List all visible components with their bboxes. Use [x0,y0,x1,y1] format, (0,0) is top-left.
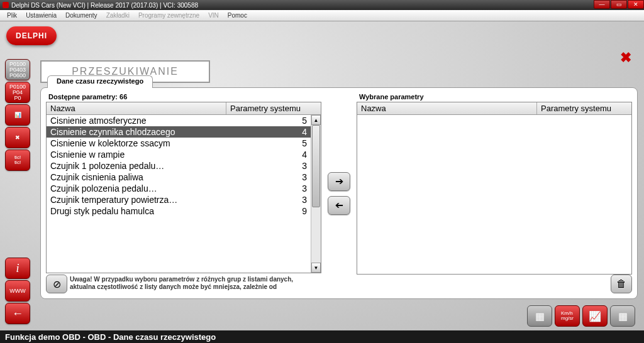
sidebar-chart-icon[interactable]: 📊 [5,104,30,126]
sidebar-back-icon[interactable]: ← [5,303,30,324]
scroll-thumb[interactable] [312,125,320,207]
window-title: Delphi DS Cars (New VCI) | Release 2017 … [11,2,198,9]
list-item[interactable]: Cisnienie w kolektorze ssacym5 [47,138,311,149]
sidebar-www-icon[interactable]: WWW [5,280,30,302]
window-titlebar: Delphi DS Cars (New VCI) | Release 2017 … [0,0,644,10]
close-button[interactable] [628,0,644,9]
close-x-icon[interactable]: ✖ [620,50,631,66]
move-left-button[interactable]: ➔ [328,196,350,215]
menu-programy zewnętrzne[interactable]: Programy zewnętrzne [134,12,204,19]
tool-list-icon[interactable]: ▦ [527,305,552,327]
col-name[interactable]: Nazwa [357,102,537,114]
selected-params-title: Wybrane parametry [357,93,632,101]
menu-pomoc[interactable]: Pomoc [223,12,252,19]
sidebar-top: P0100P0403P0600 P0100P04P0 📊 ✖ tic!tic! [5,59,34,172]
scroll-track[interactable] [311,125,321,263]
list-item[interactable]: Cisnienie czynnika chlodzacego4 [47,126,311,138]
sidebar-tools-icon[interactable]: ✖ [5,127,30,148]
col-system-params[interactable]: Parametry systemu [226,102,321,114]
app-icon [3,2,9,8]
delphi-logo: DELPHI [6,26,57,45]
list-item[interactable]: Cisnienie w rampie4 [47,149,311,160]
menu-zakładki[interactable]: Zakładki [102,12,134,19]
selected-params-column: Wybrane parametry Nazwa Parametry system… [357,93,632,293]
warning-text: Uwaga! W przypadku wyboru parametrów z r… [70,276,316,291]
move-right-button[interactable]: ➔ [328,172,350,191]
cancel-selection-button[interactable]: ⊘ [46,275,67,293]
menu-plik[interactable]: Plik [3,12,21,19]
sidebar-bottom: i WWW ← [5,258,30,325]
scrollbar[interactable]: ▲ ▼ [311,115,321,273]
tool-extra-icon[interactable]: ▦ [610,305,635,327]
minimize-button[interactable] [594,0,610,9]
main-chrome: DELPHI ✖ P0100P0403P0600 P0100P04P0 📊 ✖ … [0,21,644,330]
available-params-list: Nazwa Parametry systemu Cisnienie atmosf… [46,102,321,273]
tab-realtime-data[interactable]: Dane czasu rzeczywistego [47,75,153,88]
list-item[interactable]: Czujnik polozenia pedalu…3 [47,183,311,194]
sidebar-tic-icon[interactable]: tic!tic! [5,150,30,171]
col-name[interactable]: Nazwa [47,102,226,114]
bottom-toolbar: ▦ Km/hmg/sr 📈 ▦ [527,305,635,327]
scroll-down-icon[interactable]: ▼ [311,263,321,273]
tool-graph-icon[interactable]: 📈 [582,305,608,327]
scroll-up-icon[interactable]: ▲ [311,115,321,125]
menu-ustawienia[interactable]: Ustawienia [21,12,61,19]
list-header: Nazwa Parametry systemu [47,102,321,115]
available-params-column: Dostępne parametry: 66 Nazwa Parametry s… [46,93,321,293]
sidebar-dtc-codes-2[interactable]: P0100P04P0 [5,82,30,103]
menu-dokumenty[interactable]: Dokumenty [61,12,102,19]
sidebar-info-icon[interactable]: i [5,258,30,279]
sidebar-dtc-codes-1[interactable]: P0100P0403P0600 [5,59,30,80]
list-item[interactable]: Drugi styk pedalu hamulca9 [47,205,311,217]
list-item[interactable]: Czujnik cisnienia paliwa3 [47,172,311,183]
status-bar: Funkcja demo OBD - OBD - Dane czasu rzec… [0,330,644,343]
delete-selection-button[interactable]: 🗑 [611,275,632,293]
list-item[interactable]: Czujnik temperatury powietrza…3 [47,194,311,205]
maximize-button[interactable] [611,0,627,9]
status-text: Funkcja demo OBD - OBD - Dane czasu rzec… [5,332,216,342]
main-panel: Dane czasu rzeczywistego Dostępne parame… [40,87,638,299]
menu-bar: PlikUstawieniaDokumentyZakładkiProgramy … [0,10,644,21]
selected-rows [357,115,631,274]
tool-units-icon[interactable]: Km/hmg/sr [555,305,580,327]
selected-params-list: Nazwa Parametry systemu [357,102,632,275]
available-params-title: Dostępne parametry: 66 [46,93,321,101]
menu-vin[interactable]: VIN [204,12,223,19]
list-item[interactable]: Czujnik 1 polozenia pedalu…3 [47,160,311,172]
list-item[interactable]: Cisnienie atmosferyczne5 [47,115,311,126]
warning-bar: Uwaga! W przypadku wyboru parametrów z r… [46,273,321,293]
available-rows: Cisnienie atmosferyczne5Cisnienie czynni… [47,115,311,273]
transfer-buttons: ➔ ➔ [326,93,352,293]
col-system-params[interactable]: Parametry systemu [537,102,631,114]
list-header: Nazwa Parametry systemu [357,102,631,115]
